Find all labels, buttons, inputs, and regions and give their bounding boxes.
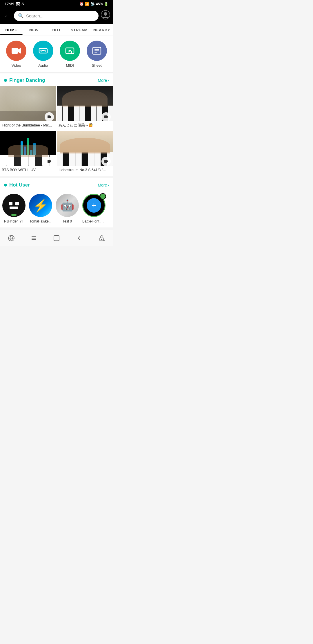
video-title-2: あんじゅに便乗～🙋 — [57, 121, 113, 130]
category-midi[interactable]: MIDI — [60, 41, 80, 68]
chevron-right-icon: › — [108, 78, 109, 83]
svg-marker-15 — [107, 116, 108, 118]
video-title-4: Liebestraum No.3 S.541/3 "... — [57, 166, 113, 175]
online-indicator-1 — [11, 214, 17, 216]
svg-point-27 — [101, 239, 102, 240]
category-sheet-label: Sheet — [92, 63, 102, 68]
svg-rect-25 — [54, 236, 59, 241]
plus-icon-circle: + — [87, 198, 101, 213]
nav-lock[interactable] — [94, 233, 110, 243]
categories: Video Audio MIDI — [0, 35, 113, 73]
svg-marker-3 — [18, 48, 21, 54]
dj-icon: 🤖 — [61, 199, 74, 212]
category-sheet[interactable]: Sheet — [87, 41, 107, 68]
category-video-label: Video — [12, 63, 21, 68]
svg-point-7 — [69, 50, 71, 52]
chevron-right-icon-2: › — [108, 183, 109, 187]
user-name-1: RJH4den YT — [4, 219, 24, 223]
finger-dancing-dot — [4, 79, 7, 82]
tab-stream[interactable]: STREAM — [68, 24, 90, 35]
svg-rect-14 — [104, 115, 107, 118]
robot-eye-left — [9, 202, 12, 205]
nav-home-button[interactable] — [48, 233, 65, 243]
category-midi-label: MIDI — [66, 63, 74, 68]
category-video[interactable]: Video — [6, 41, 26, 68]
tab-hot[interactable]: HOT — [45, 24, 68, 35]
user-name-3: Test 0 — [63, 219, 72, 223]
video-icon-circle — [6, 41, 26, 61]
search-icon: 🔍 — [18, 13, 24, 19]
user-name-4: Battle-Font G... — [82, 219, 105, 223]
svg-rect-10 — [94, 50, 99, 51]
midi-icon-circle — [60, 41, 80, 61]
video-card-3[interactable]: BTS BOY WITH LUV — [0, 131, 56, 175]
video-card-1[interactable]: Flight of the Bumblebee - Mic... — [0, 86, 56, 130]
finger-dancing-title: Finger Dancing — [9, 77, 45, 83]
video-play-icon-4 — [101, 157, 111, 166]
svg-rect-16 — [48, 160, 50, 163]
battery-percent: 45% — [96, 2, 103, 6]
nav-globe[interactable] — [3, 233, 19, 243]
robot-eyes — [9, 202, 19, 205]
finger-dancing-more[interactable]: More › — [98, 78, 109, 83]
tab-home[interactable]: HOME — [0, 24, 23, 35]
battery-icon: 🔋 — [104, 2, 108, 6]
hot-user-dot — [4, 184, 7, 187]
user-avatar-1 — [2, 194, 26, 217]
sheet-icon-circle — [87, 41, 107, 61]
user-item-1[interactable]: RJH4den YT — [2, 194, 26, 223]
video-card-4[interactable]: Liebestraum No.3 S.541/3 "... — [57, 131, 113, 175]
search-input[interactable] — [26, 13, 94, 18]
svg-point-1 — [104, 12, 107, 16]
alarm-icon: ⏰ — [79, 2, 84, 6]
user-item-4[interactable]: + Battle-Font G... — [82, 194, 105, 223]
finger-dancing-header: Finger Dancing More › — [0, 73, 113, 86]
profile-button[interactable] — [101, 10, 110, 21]
shazam-icon: S — [21, 2, 24, 6]
category-audio-label: Audio — [38, 63, 48, 68]
svg-rect-2 — [12, 48, 18, 54]
video-thumb-3 — [0, 131, 56, 166]
tab-new[interactable]: NEW — [23, 24, 45, 35]
video-play-icon-3 — [45, 157, 54, 166]
users-row: RJH4den YT ⚡ TomaHawke... 🤖 Test 0 + — [0, 191, 113, 227]
user-item-3[interactable]: 🤖 Test 0 — [56, 194, 79, 223]
video-grid: Flight of the Bumblebee - Mic... — [0, 86, 113, 176]
robot-mouth — [10, 207, 18, 209]
hot-user-section: Hot User More › RJH4den YT — [0, 178, 113, 227]
category-audio[interactable]: Audio — [33, 41, 53, 68]
robot-face — [9, 202, 19, 209]
robot-eye-right — [15, 202, 19, 205]
hot-user-title: Hot User — [9, 182, 30, 188]
status-time: 17:39 — [5, 2, 14, 6]
svg-marker-17 — [50, 160, 51, 162]
video-card-2[interactable]: あんじゅに便乗～🙋 — [57, 86, 113, 130]
svg-rect-9 — [94, 49, 99, 50]
bottom-nav — [0, 230, 113, 246]
video-play-icon-2 — [101, 112, 111, 122]
video-thumb-2 — [57, 86, 113, 121]
video-thumb-1 — [0, 86, 56, 121]
back-button[interactable]: ← — [3, 11, 12, 21]
user-avatar-2: ⚡ — [29, 194, 52, 217]
video-title-1: Flight of the Bumblebee - Mic... — [0, 121, 56, 130]
user-avatar-3: 🤖 — [56, 194, 79, 217]
video-play-icon-1 — [45, 112, 54, 122]
status-bar: 17:39 🖼 S ⏰ 📶 📡 45% 🔋 — [0, 0, 113, 8]
user-avatar-wrap-4: + — [82, 194, 105, 217]
header: ← 🔍 — [0, 8, 113, 24]
green-badge-4 — [100, 193, 106, 200]
wifi-icon: 📶 — [85, 2, 89, 6]
search-bar[interactable]: 🔍 — [14, 11, 99, 21]
user-item-2[interactable]: ⚡ TomaHawke... — [29, 194, 52, 223]
video-title-3: BTS BOY WITH LUV — [0, 166, 56, 175]
hot-user-header: Hot User More › — [0, 178, 113, 191]
nav-menu[interactable] — [26, 233, 42, 243]
svg-rect-18 — [104, 160, 107, 163]
video-thumb-4 — [57, 131, 113, 166]
nav-back-button[interactable] — [71, 233, 87, 243]
tab-nearby[interactable]: NEARBY — [90, 24, 113, 35]
hot-user-more[interactable]: More › — [98, 183, 109, 187]
user-name-2: TomaHawke... — [30, 219, 52, 223]
svg-marker-13 — [50, 116, 51, 118]
